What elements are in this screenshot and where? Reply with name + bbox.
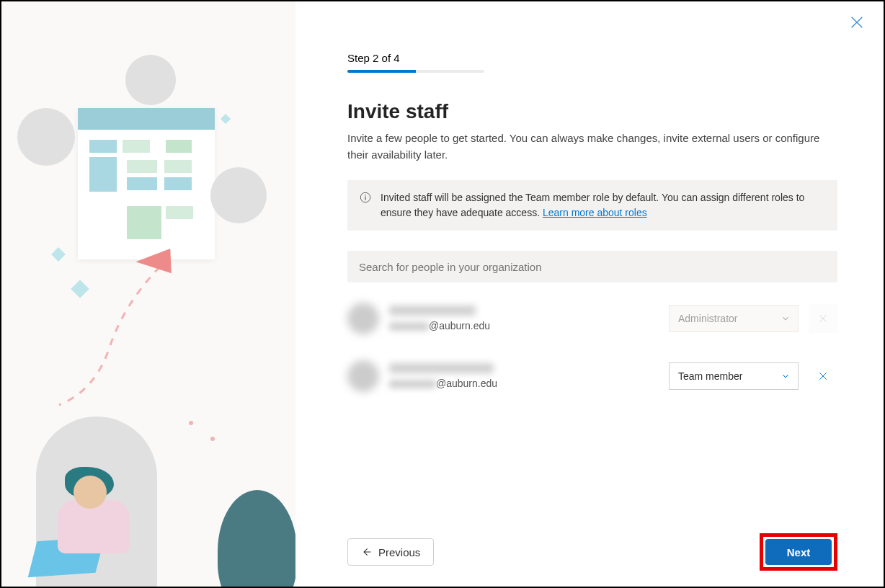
close-icon <box>817 370 829 382</box>
staff-row: @auburn.edu Administrator <box>347 297 837 340</box>
remove-button[interactable] <box>809 362 837 391</box>
email-suffix: @auburn.edu <box>429 320 490 331</box>
close-icon <box>849 14 865 30</box>
next-highlight: Next <box>760 533 837 571</box>
role-select: Administrator <box>669 305 799 332</box>
search-input[interactable] <box>347 251 837 282</box>
next-button[interactable]: Next <box>765 539 832 565</box>
deco-dot <box>189 421 193 425</box>
learn-more-link[interactable]: Learn more about roles <box>543 207 647 218</box>
user-email: @auburn.edu <box>389 378 659 389</box>
remove-button <box>809 304 837 333</box>
step-label: Step 2 of 4 <box>347 52 837 64</box>
deco-person-2 <box>17 108 75 166</box>
chevron-down-icon <box>781 371 791 381</box>
page-title: Invite staff <box>347 100 837 123</box>
arrow-left-icon <box>361 546 373 558</box>
illustration-panel <box>1 1 295 587</box>
progress-bar <box>347 70 484 73</box>
user-info: @auburn.edu <box>389 306 659 331</box>
user-email: @auburn.edu <box>389 320 659 331</box>
info-banner: Invited staff will be assigned the Team … <box>347 180 837 231</box>
close-icon <box>817 313 829 324</box>
deco-person-3 <box>210 167 267 223</box>
previous-label: Previous <box>378 546 420 558</box>
svg-rect-2 <box>365 197 365 200</box>
info-icon <box>359 191 372 204</box>
role-value: Administrator <box>678 313 737 324</box>
deco-person-1 <box>125 55 176 105</box>
user-name-redacted <box>389 306 476 316</box>
user-info: @auburn.edu <box>389 363 659 389</box>
staff-row: @auburn.edu Team member <box>347 355 837 398</box>
deco-card <box>78 108 215 259</box>
info-text: Invited staff will be assigned the Team … <box>381 190 826 220</box>
role-value: Team member <box>678 370 742 382</box>
deco-person-head <box>74 476 107 509</box>
email-suffix: @auburn.edu <box>436 378 497 389</box>
close-button[interactable] <box>849 14 865 30</box>
svg-point-1 <box>365 195 366 196</box>
user-name-redacted <box>389 363 494 373</box>
role-select[interactable]: Team member <box>669 362 799 390</box>
deco-dot <box>210 437 215 441</box>
avatar <box>347 360 379 392</box>
avatar <box>347 303 379 334</box>
page-subtitle: Invite a few people to get started. You … <box>347 130 823 163</box>
previous-button[interactable]: Previous <box>347 538 434 566</box>
chevron-down-icon <box>781 313 791 324</box>
